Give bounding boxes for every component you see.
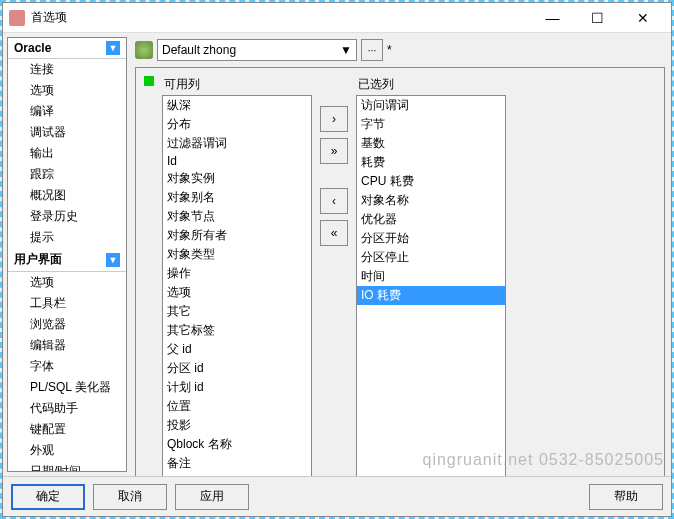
move-left-all-button[interactable]: « <box>320 220 348 246</box>
sidebar-item[interactable]: 提示 <box>8 227 126 248</box>
move-right-all-button[interactable]: » <box>320 138 348 164</box>
list-item[interactable]: 纵深 <box>163 96 311 115</box>
apply-button[interactable]: 应用 <box>175 484 249 510</box>
sidebar-item[interactable]: PL/SQL 美化器 <box>8 377 126 398</box>
list-item[interactable]: 时间 <box>357 267 505 286</box>
sidebar-item[interactable]: 跟踪 <box>8 164 126 185</box>
titlebar: 首选项 — ☐ ✕ <box>3 3 671 33</box>
list-item[interactable]: 分区开始 <box>357 229 505 248</box>
sidebar-item[interactable]: 浏览器 <box>8 314 126 335</box>
sidebar-item[interactable]: 概况图 <box>8 185 126 206</box>
category-sidebar[interactable]: Oracle▼连接选项编译调试器输出跟踪概况图登录历史提示用户界面▼选项工具栏浏… <box>7 37 127 472</box>
selected-listbox[interactable]: 访问谓词字节基数耗费CPU 耗费对象名称优化器分区开始分区停止时间IO 耗费 <box>356 95 506 476</box>
list-item[interactable]: 其它 <box>163 302 311 321</box>
sidebar-item[interactable]: 代码助手 <box>8 398 126 419</box>
profile-select[interactable]: Default zhong ▼ <box>157 39 357 61</box>
list-item[interactable]: 对象所有者 <box>163 226 311 245</box>
list-item[interactable]: 对象别名 <box>163 188 311 207</box>
list-item[interactable]: 字节 <box>357 115 505 134</box>
window-title: 首选项 <box>31 9 530 26</box>
list-item[interactable]: 访问谓词 <box>357 96 505 115</box>
profile-more-button[interactable]: ··· <box>361 39 383 61</box>
help-button[interactable]: 帮助 <box>589 484 663 510</box>
list-item[interactable]: 耗费 <box>357 153 505 172</box>
minimize-button[interactable]: — <box>530 4 575 32</box>
list-item[interactable]: 优化器 <box>357 210 505 229</box>
move-right-button[interactable]: › <box>320 106 348 132</box>
sidebar-item[interactable]: 字体 <box>8 356 126 377</box>
sidebar-item[interactable]: 工具栏 <box>8 293 126 314</box>
list-item[interactable]: 分区停止 <box>357 248 505 267</box>
list-item[interactable]: 分布 <box>163 115 311 134</box>
sidebar-section-header[interactable]: 用户界面▼ <box>8 248 126 272</box>
list-item[interactable]: 对象名称 <box>357 191 505 210</box>
list-item[interactable]: 其它标签 <box>163 321 311 340</box>
close-button[interactable]: ✕ <box>620 4 665 32</box>
chevron-down-icon: ▼ <box>340 43 352 57</box>
selected-label: 已选列 <box>356 76 516 93</box>
dirty-indicator: * <box>387 43 392 57</box>
list-item[interactable]: 对象实例 <box>163 169 311 188</box>
list-item[interactable]: 基数 <box>357 134 505 153</box>
sidebar-item[interactable]: 编辑器 <box>8 335 126 356</box>
sidebar-item[interactable]: 选项 <box>8 272 126 293</box>
list-item[interactable]: 操作 <box>163 264 311 283</box>
sidebar-item[interactable]: 键配置 <box>8 419 126 440</box>
sidebar-item[interactable]: 选项 <box>8 80 126 101</box>
available-listbox[interactable]: 纵深分布过滤器谓词Id对象实例对象别名对象节点对象所有者对象类型操作选项其它其它… <box>162 95 312 476</box>
list-item[interactable]: 父 id <box>163 340 311 359</box>
status-indicator <box>144 76 154 86</box>
sidebar-item[interactable]: 日期/时间 <box>8 461 126 472</box>
list-item[interactable]: 搜索列 <box>163 473 311 476</box>
sidebar-item[interactable]: 连接 <box>8 59 126 80</box>
available-label: 可用列 <box>162 76 312 93</box>
profile-icon <box>135 41 153 59</box>
maximize-button[interactable]: ☐ <box>575 4 620 32</box>
sidebar-item[interactable]: 编译 <box>8 101 126 122</box>
sidebar-item[interactable]: 调试器 <box>8 122 126 143</box>
list-item[interactable]: 投影 <box>163 416 311 435</box>
sidebar-item[interactable]: 外观 <box>8 440 126 461</box>
app-icon <box>9 10 25 26</box>
list-item[interactable]: 对象类型 <box>163 245 311 264</box>
list-item[interactable]: 选项 <box>163 283 311 302</box>
list-item[interactable]: 对象节点 <box>163 207 311 226</box>
chevron-down-icon: ▼ <box>106 253 120 267</box>
sidebar-item[interactable]: 输出 <box>8 143 126 164</box>
list-item[interactable]: IO 耗费 <box>357 286 505 305</box>
list-item[interactable]: 位置 <box>163 397 311 416</box>
list-item[interactable]: Id <box>163 153 311 169</box>
list-item[interactable]: 备注 <box>163 454 311 473</box>
ok-button[interactable]: 确定 <box>11 484 85 510</box>
profile-value: Default zhong <box>162 43 236 57</box>
cancel-button[interactable]: 取消 <box>93 484 167 510</box>
list-item[interactable]: CPU 耗费 <box>357 172 505 191</box>
list-item[interactable]: Qblock 名称 <box>163 435 311 454</box>
sidebar-section-header[interactable]: Oracle▼ <box>8 38 126 59</box>
list-item[interactable]: 分区 id <box>163 359 311 378</box>
chevron-down-icon: ▼ <box>106 41 120 55</box>
list-item[interactable]: 计划 id <box>163 378 311 397</box>
move-left-button[interactable]: ‹ <box>320 188 348 214</box>
list-item[interactable]: 过滤器谓词 <box>163 134 311 153</box>
sidebar-item[interactable]: 登录历史 <box>8 206 126 227</box>
